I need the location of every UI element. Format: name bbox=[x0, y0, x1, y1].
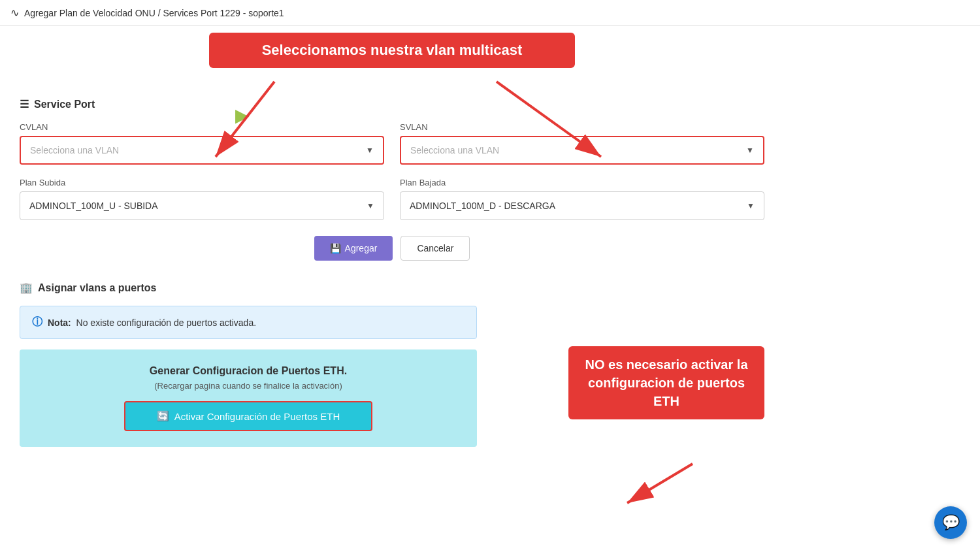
eth-config-box: Generar Configuracion de Puertos ETH. (R… bbox=[20, 349, 477, 447]
save-icon: 💾 bbox=[330, 243, 341, 253]
cvlan-placeholder: Selecciona una VLAN bbox=[30, 145, 119, 155]
plan-subida-value: ADMINOLT_100M_U - SUBIDA bbox=[29, 201, 158, 211]
plan-row: Plan Subida ADMINOLT_100M_U - SUBIDA ▼ P… bbox=[20, 178, 764, 220]
nota-box: ⓘ Nota: No existe configuración de puert… bbox=[20, 306, 477, 339]
chat-bubble-button[interactable]: 💬 bbox=[934, 506, 967, 539]
plan-bajada-group: Plan Bajada ADMINOLT_100M_D - DESCARGA ▼ bbox=[400, 178, 764, 220]
info-icon: ⓘ bbox=[32, 316, 42, 329]
plan-subida-label: Plan Subida bbox=[20, 178, 384, 187]
svlan-label: SVLAN bbox=[400, 122, 764, 132]
plan-subida-chevron-icon: ▼ bbox=[367, 201, 374, 210]
svlan-group: SVLAN Selecciona una VLAN ▼ bbox=[400, 122, 764, 165]
plan-bajada-chevron-icon: ▼ bbox=[747, 201, 755, 210]
eth-config-title: Generar Configuracion de Puertos ETH. bbox=[30, 365, 466, 377]
eth-config-subtitle: (Recargar pagina cuando se finalice la a… bbox=[30, 381, 466, 391]
nota-label: Nota: bbox=[48, 317, 71, 328]
server-icon: ☰ bbox=[20, 98, 29, 110]
plan-bajada-select[interactable]: ADMINOLT_100M_D - DESCARGA ▼ bbox=[400, 191, 764, 220]
refresh-icon: 🔄 bbox=[157, 410, 169, 422]
cvlan-select[interactable]: Selecciona una VLAN ▼ bbox=[20, 136, 384, 165]
top-bar-title: Agregar Plan de Velocidad ONU / Services… bbox=[24, 8, 284, 18]
svg-line-5 bbox=[627, 464, 693, 503]
cvlan-label: CVLAN bbox=[20, 122, 384, 132]
plan-bajada-value: ADMINOLT_100M_D - DESCARGA bbox=[410, 201, 555, 211]
asignar-vlans-heading: 🏢 Asignar vlans a puertos bbox=[20, 282, 764, 294]
svlan-placeholder: Selecciona una VLAN bbox=[410, 145, 499, 155]
annotation-banner-right: NO es necesario activar la configuracion… bbox=[568, 346, 764, 419]
cvlan-chevron-icon: ▼ bbox=[366, 146, 374, 155]
plan-subida-select[interactable]: ADMINOLT_100M_U - SUBIDA ▼ bbox=[20, 191, 384, 220]
activar-button[interactable]: 🔄 Activar Configuración de Puertos ETH bbox=[124, 401, 372, 431]
plan-subida-group: Plan Subida ADMINOLT_100M_U - SUBIDA ▼ bbox=[20, 178, 384, 220]
annotation-banner-top: Seleccionamos nuestra vlan multicast bbox=[209, 33, 575, 68]
cancelar-button[interactable]: Cancelar bbox=[400, 236, 470, 261]
top-bar: ∿ Agregar Plan de Velocidad ONU / Servic… bbox=[0, 0, 980, 26]
cvlan-group: CVLAN Selecciona una VLAN ▼ bbox=[20, 122, 384, 165]
building-icon: 🏢 bbox=[20, 282, 33, 294]
service-port-section: ☰ Service Port CVLAN Selecciona una VLAN… bbox=[20, 46, 764, 261]
svlan-select[interactable]: Selecciona una VLAN ▼ bbox=[400, 136, 764, 165]
vlan-row: CVLAN Selecciona una VLAN ▼ SVLAN Selecc… bbox=[20, 122, 764, 165]
action-buttons-row: 💾 Agregar Cancelar bbox=[20, 236, 764, 261]
svlan-chevron-icon: ▼ bbox=[746, 146, 754, 155]
nota-text: No existe configuración de puertos activ… bbox=[76, 317, 257, 328]
chat-icon: 💬 bbox=[942, 514, 960, 531]
plan-bajada-label: Plan Bajada bbox=[400, 178, 764, 187]
wifi-icon: ∿ bbox=[10, 7, 19, 19]
agregar-button[interactable]: 💾 Agregar bbox=[314, 236, 393, 261]
